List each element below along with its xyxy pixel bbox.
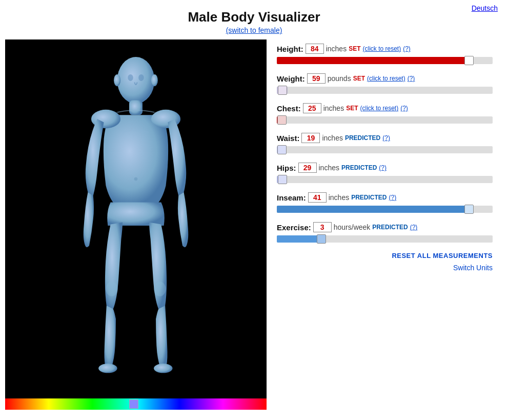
- exercise-slider[interactable]: [277, 235, 493, 243]
- inseam-slider[interactable]: [277, 206, 493, 213]
- exercise-unit: hours/week: [334, 223, 371, 231]
- hips-value[interactable]: 29: [298, 163, 317, 173]
- hips-label: Hips:: [277, 164, 296, 172]
- svg-point-9: [151, 74, 158, 86]
- color-bar-thumb[interactable]: [129, 399, 138, 409]
- page-title: Male Body Visualizer: [0, 9, 508, 25]
- exercise-slider-fill: [277, 235, 320, 243]
- hips-slider[interactable]: [277, 176, 493, 183]
- height-slider-thumb[interactable]: [464, 56, 474, 65]
- chest-control: Chest: 25 inches SET (click to reset) (?…: [277, 103, 493, 124]
- waist-control: Waist: 19 inches PREDICTED (?): [277, 133, 493, 153]
- height-slider-fill: [277, 57, 466, 64]
- main-layout: Height: 84 inches SET (click to reset) (…: [0, 39, 508, 410]
- waist-status: PREDICTED: [345, 134, 380, 142]
- weight-value[interactable]: 59: [307, 73, 326, 84]
- exercise-label: Exercise:: [277, 223, 311, 232]
- height-reset[interactable]: (click to reset): [362, 45, 401, 52]
- svg-point-7: [138, 74, 144, 81]
- inseam-slider-thumb[interactable]: [464, 205, 474, 214]
- weight-unit: pounds: [328, 74, 351, 83]
- exercise-status: PREDICTED: [372, 224, 408, 231]
- waist-value[interactable]: 19: [301, 133, 320, 143]
- language-link[interactable]: Deutsch: [472, 4, 498, 12]
- weight-control: Weight: 59 pounds SET (click to reset) (…: [277, 73, 493, 94]
- switch-gender-link[interactable]: (switch to female): [0, 26, 508, 34]
- height-slider[interactable]: [277, 57, 493, 64]
- exercise-slider-thumb[interactable]: [317, 234, 326, 244]
- inseam-help[interactable]: (?): [389, 194, 397, 201]
- weight-slider-thumb[interactable]: [278, 86, 287, 95]
- height-help[interactable]: (?): [403, 45, 411, 52]
- svg-point-10: [134, 177, 138, 181]
- weight-status: SET: [353, 75, 365, 82]
- waist-help[interactable]: (?): [382, 134, 390, 142]
- chest-slider[interactable]: [277, 116, 493, 124]
- inseam-value[interactable]: 41: [308, 192, 327, 203]
- svg-point-12: [154, 282, 166, 296]
- svg-rect-1: [129, 101, 143, 115]
- hips-unit: inches: [319, 164, 339, 172]
- inseam-label: Inseam:: [277, 193, 306, 202]
- svg-point-8: [114, 74, 120, 86]
- exercise-value[interactable]: 3: [313, 222, 332, 232]
- exercise-help[interactable]: (?): [410, 224, 418, 231]
- chest-slider-thumb[interactable]: [277, 115, 287, 125]
- svg-point-0: [117, 57, 155, 104]
- waist-slider-thumb[interactable]: [277, 145, 287, 154]
- chest-value[interactable]: 25: [303, 103, 321, 113]
- weight-label: Weight:: [277, 74, 305, 83]
- svg-point-11: [106, 282, 118, 296]
- svg-point-4: [98, 364, 117, 373]
- viewer-canvas[interactable]: [5, 39, 267, 398]
- inseam-unit: inches: [329, 193, 349, 202]
- switch-units-button[interactable]: Switch Units: [453, 264, 493, 272]
- hips-slider-thumb[interactable]: [278, 175, 287, 184]
- reset-all-button[interactable]: RESET ALL MEASUREMENTS: [392, 252, 493, 259]
- chest-label: Chest:: [277, 104, 301, 113]
- bottom-buttons: RESET ALL MEASUREMENTS Switch Units: [277, 252, 493, 272]
- inseam-slider-fill: [277, 206, 466, 213]
- controls-panel: Height: 84 inches SET (click to reset) (…: [267, 39, 503, 410]
- chest-reset[interactable]: (click to reset): [360, 105, 398, 112]
- viewer-panel: [5, 39, 267, 410]
- inseam-control: Inseam: 41 inches PREDICTED (?): [277, 192, 493, 213]
- hips-help[interactable]: (?): [379, 164, 387, 171]
- hips-control: Hips: 29 inches PREDICTED (?): [277, 163, 493, 183]
- svg-point-5: [154, 364, 172, 373]
- weight-reset[interactable]: (click to reset): [367, 75, 405, 82]
- svg-point-6: [128, 74, 133, 81]
- height-label: Height:: [277, 45, 303, 53]
- height-value[interactable]: 84: [306, 44, 324, 54]
- hips-status: PREDICTED: [341, 164, 377, 171]
- height-unit: inches: [326, 45, 347, 53]
- weight-slider[interactable]: [277, 87, 493, 94]
- waist-slider[interactable]: [277, 146, 493, 153]
- waist-unit: inches: [322, 134, 342, 142]
- chest-status: SET: [346, 105, 358, 112]
- inseam-status: PREDICTED: [351, 194, 387, 201]
- height-control: Height: 84 inches SET (click to reset) (…: [277, 44, 493, 64]
- chest-unit: inches: [323, 104, 344, 112]
- body-figure: [54, 52, 218, 386]
- height-status: SET: [349, 45, 360, 52]
- color-gradient-bar[interactable]: [5, 398, 267, 410]
- page-title-area: Male Body Visualizer (switch to female): [0, 0, 508, 34]
- weight-help[interactable]: (?): [408, 75, 415, 82]
- exercise-control: Exercise: 3 hours/week PREDICTED (?): [277, 222, 493, 243]
- chest-help[interactable]: (?): [400, 105, 408, 112]
- waist-label: Waist:: [277, 134, 299, 143]
